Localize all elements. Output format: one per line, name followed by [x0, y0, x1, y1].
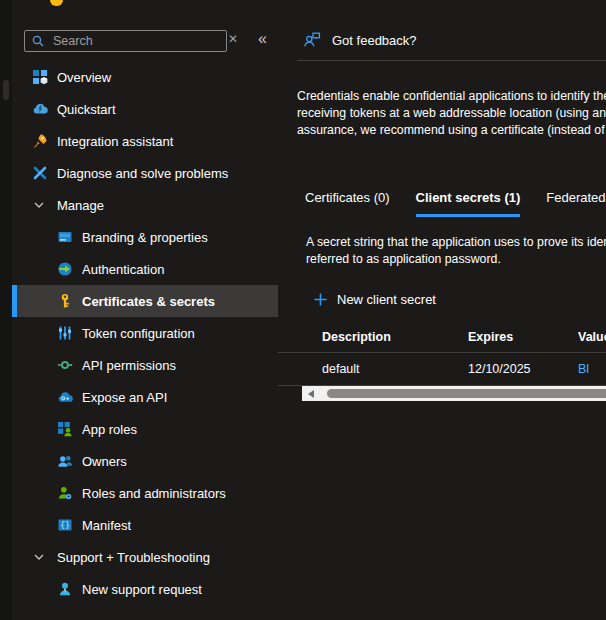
sidebar-item-label: App roles — [82, 422, 137, 437]
key-icon-partial — [50, 0, 63, 6]
search-icon — [31, 34, 45, 48]
sidebar-item-label: Owners — [82, 454, 127, 469]
column-header-expires: Expires — [468, 330, 578, 344]
tab-bar: Certificates (0) Client secrets (1) Fede… — [305, 190, 606, 217]
support-person-icon — [57, 581, 73, 597]
secret-expires-cell: 12/10/2025 — [468, 362, 578, 376]
app-roles-icon — [57, 421, 73, 437]
sidebar-item-label: New support request — [82, 582, 202, 597]
clear-search-icon[interactable]: ✕ — [228, 32, 238, 46]
sidebar-item-label: Overview — [57, 70, 111, 85]
sidebar-group-label: Manage — [57, 198, 104, 213]
sidebar-item-integration-assistant[interactable]: Integration assistant — [12, 125, 278, 157]
rocket-icon — [32, 133, 48, 149]
credentials-intro-text: Credentials enable confidential applicat… — [297, 88, 606, 139]
sidebar-group-support-troubleshooting[interactable]: Support + Troubleshooting — [12, 541, 278, 573]
owners-icon — [57, 453, 73, 469]
table-row[interactable]: default 12/10/2025 Bl — [278, 353, 606, 386]
horizontal-scrollbar[interactable] — [302, 386, 606, 401]
search-input[interactable] — [51, 33, 220, 49]
new-client-secret-button[interactable]: New client secret — [313, 292, 436, 307]
secrets-table: Description Expires Value default 12/10/… — [278, 322, 606, 386]
sidebar-item-roles-administrators[interactable]: Roles and administrators — [12, 477, 278, 509]
sidebar-item-label: API permissions — [82, 358, 176, 373]
branding-icon — [57, 229, 73, 245]
sidebar-item-app-roles[interactable]: App roles — [12, 413, 278, 445]
sidebar-item-label: Integration assistant — [57, 134, 173, 149]
chevron-down-icon — [32, 199, 46, 211]
column-header-value: Value — [578, 330, 606, 344]
secret-value-cell[interactable]: Bl — [578, 362, 606, 376]
app-window: ✕ « Overview Quickstart Integratio — [0, 0, 606, 620]
sliders-icon — [57, 325, 73, 341]
sidebar-item-quickstart[interactable]: Quickstart — [12, 93, 278, 125]
got-feedback-button[interactable]: Got feedback? — [303, 31, 417, 49]
sidebar-item-overview[interactable]: Overview — [12, 61, 278, 93]
sidebar-group-label: Support + Troubleshooting — [57, 550, 210, 565]
sidebar-item-diagnose[interactable]: Diagnose and solve problems — [12, 157, 278, 189]
cloud-api-icon — [57, 389, 73, 405]
api-permissions-icon — [57, 357, 73, 373]
sidebar-group-manage[interactable]: Manage — [12, 189, 278, 221]
chevron-down-icon — [32, 551, 46, 563]
sidebar-item-authentication[interactable]: Authentication — [12, 253, 278, 285]
got-feedback-label: Got feedback? — [332, 33, 417, 48]
sidebar-item-label: Authentication — [82, 262, 164, 277]
sidebar-search-row: ✕ « — [12, 30, 278, 52]
tools-icon — [32, 165, 48, 181]
sidebar-nav: Overview Quickstart Integration assistan… — [12, 61, 278, 605]
svg-text:{}: {} — [60, 520, 70, 530]
tab-client-secrets[interactable]: Client secrets (1) — [416, 190, 521, 217]
header-divider — [297, 60, 606, 61]
column-header-description: Description — [322, 330, 468, 344]
tab-federated-credentials[interactable]: Federated credentials (0) — [546, 190, 606, 217]
outer-panel-edge — [0, 0, 12, 620]
sidebar-item-label: Manifest — [82, 518, 131, 533]
sidebar-item-manifest[interactable]: {} Manifest — [12, 509, 278, 541]
sidebar-item-api-permissions[interactable]: API permissions — [12, 349, 278, 381]
secret-description-cell: default — [322, 362, 468, 376]
authentication-icon — [57, 261, 73, 277]
key-icon — [57, 293, 73, 309]
sidebar-item-branding[interactable]: Branding & properties — [12, 221, 278, 253]
main-content: Got feedback? Credentials enable confide… — [278, 0, 606, 620]
sidebar-item-owners[interactable]: Owners — [12, 445, 278, 477]
sidebar-item-label: Token configuration — [82, 326, 195, 341]
scroll-left-arrow-icon[interactable] — [308, 390, 314, 398]
sidebar-item-expose-api[interactable]: Expose an API — [12, 381, 278, 413]
sidebar-item-label: Certificates & secrets — [82, 294, 215, 309]
vertical-scrollbar-thumb[interactable] — [3, 80, 9, 100]
sidebar: ✕ « Overview Quickstart Integratio — [12, 0, 278, 620]
quickstart-icon — [32, 101, 48, 117]
sidebar-item-certificates-secrets[interactable]: Certificates & secrets — [12, 285, 278, 317]
client-secret-description: A secret string that the application use… — [306, 234, 606, 268]
new-client-secret-label: New client secret — [337, 292, 436, 307]
plus-icon — [313, 292, 328, 307]
sidebar-item-label: Diagnose and solve problems — [57, 166, 228, 181]
tab-certificates[interactable]: Certificates (0) — [305, 190, 390, 217]
search-box[interactable] — [24, 30, 227, 52]
sidebar-item-label: Branding & properties — [82, 230, 208, 245]
sidebar-item-label: Quickstart — [57, 102, 116, 117]
sidebar-item-label: Roles and administrators — [82, 486, 226, 501]
horizontal-scrollbar-thumb[interactable] — [327, 389, 606, 398]
table-header-row: Description Expires Value — [278, 322, 606, 353]
collapse-sidebar-icon[interactable]: « — [258, 30, 267, 48]
sidebar-item-label: Expose an API — [82, 390, 167, 405]
overview-icon — [32, 69, 48, 85]
sidebar-item-new-support-request[interactable]: New support request — [12, 573, 278, 605]
manifest-icon: {} — [57, 517, 73, 533]
roles-admins-icon — [57, 485, 73, 501]
sidebar-item-token-configuration[interactable]: Token configuration — [12, 317, 278, 349]
feedback-icon — [303, 31, 321, 49]
